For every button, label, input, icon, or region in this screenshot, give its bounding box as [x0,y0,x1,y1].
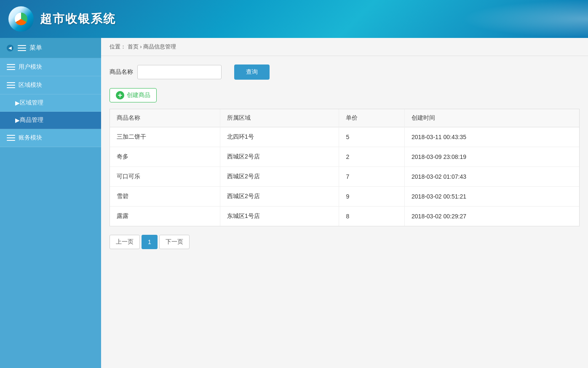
cell-zone: 西城区2号店 [220,187,339,207]
create-area: + 创建商品 [101,84,588,109]
plus-icon: + [116,91,124,99]
col-zone: 所属区域 [220,109,339,127]
cell-price: 5 [339,127,405,147]
user-module-icon [7,64,15,70]
zone-manage-label: 区域管理 [20,99,43,107]
cell-created: 2018-03-09 23:08:19 [405,147,579,167]
cell-name: 三加二饼干 [110,127,220,147]
col-name: 商品名称 [110,109,220,127]
cell-price: 8 [339,207,405,226]
cell-zone: 东城区1号店 [220,207,339,226]
cell-created: 2018-03-02 01:07:43 [405,167,579,187]
cell-created: 2018-03-02 00:29:27 [405,207,579,226]
next-page-button[interactable]: 下一页 [159,235,190,249]
table-row: 奇多 西城区2号店 2 2018-03-09 23:08:19 [110,147,579,167]
sidebar-item-user[interactable]: 用户模块 [0,58,101,76]
cell-name: 可口可乐 [110,167,220,187]
sidebar: ◀ 菜单 用户模块 区域模块 ▶ [0,38,101,368]
breadcrumb-home: 首页 [128,43,139,50]
search-label: 商品名称 [110,68,133,76]
sidebar-arrow-icon: ◀ [7,45,13,51]
user-module-label: 用户模块 [19,63,42,71]
table-row: 可口可乐 西城区2号店 7 2018-03-02 01:07:43 [110,167,579,187]
col-created: 创建时间 [405,109,579,127]
breadcrumb-sep1: › [140,43,143,50]
table-row: 三加二饼干 北四环1号 5 2018-03-11 00:43:35 [110,127,579,147]
create-goods-label: 创建商品 [127,91,150,99]
search-button[interactable]: 查询 [234,64,270,80]
sidebar-menu-label: 菜单 [29,44,42,52]
sidebar-item-account[interactable]: 账务模块 [0,129,101,147]
account-module-icon [7,135,15,141]
search-input[interactable] [137,65,222,79]
main-content: 位置： 首页 › 商品信息管理 商品名称 查询 + 创建商品 商品名称 [101,38,588,368]
sidebar-menu-top[interactable]: ◀ 菜单 [0,38,101,58]
sidebar-item-goods-manage[interactable]: ▶ 商品管理 [0,112,101,129]
main-layout: ◀ 菜单 用户模块 区域模块 ▶ [0,38,588,368]
goods-table: 商品名称 所属区域 单价 创建时间 三加二饼干 北四环1号 5 2018-03-… [110,109,579,226]
sidebar-item-zone-manage[interactable]: ▶ 区域管理 [0,94,101,112]
zone-manage-arrow: ▶ [15,99,20,106]
table-row: 雪碧 西城区2号店 9 2018-03-02 00:51:21 [110,187,579,207]
cell-name: 奇多 [110,147,220,167]
breadcrumb-current: 商品信息管理 [143,43,176,50]
zone-module-icon [7,82,15,88]
cell-zone: 西城区2号店 [220,167,339,187]
table-row: 露露 东城区1号店 8 2018-03-02 00:29:27 [110,207,579,226]
cell-created: 2018-03-02 00:51:21 [405,187,579,207]
cell-zone: 北四环1号 [220,127,339,147]
create-goods-button[interactable]: + 创建商品 [110,88,157,102]
header: 超市收银系统 [0,0,588,38]
prev-page-button[interactable]: 上一页 [110,235,140,249]
sidebar-section-zone: 区域模块 ▶ 区域管理 ▶ 商品管理 [0,76,101,129]
col-price: 单价 [339,109,405,127]
goods-manage-arrow: ▶ [15,117,20,124]
zone-module-label: 区域模块 [19,81,42,89]
app-title: 超市收银系统 [40,11,116,27]
pagination: 上一页 1 下一页 [101,226,588,258]
search-area: 商品名称 查询 [101,56,588,84]
sidebar-section-account: 账务模块 [0,129,101,147]
cell-created: 2018-03-11 00:43:35 [405,127,579,147]
cell-price: 7 [339,167,405,187]
table-header-row: 商品名称 所属区域 单价 创建时间 [110,109,579,127]
cell-name: 露露 [110,207,220,226]
menu-icon [18,45,26,51]
goods-manage-label: 商品管理 [20,116,43,124]
cell-name: 雪碧 [110,187,220,207]
cell-price: 2 [339,147,405,167]
cell-zone: 西城区2号店 [220,147,339,167]
account-module-label: 账务模块 [19,134,42,142]
page-1-button[interactable]: 1 [142,235,158,249]
logo-icon [8,6,34,32]
sidebar-item-zone[interactable]: 区域模块 [0,76,101,94]
breadcrumb: 位置： 首页 › 商品信息管理 [101,38,588,56]
goods-table-container: 商品名称 所属区域 单价 创建时间 三加二饼干 北四环1号 5 2018-03-… [110,109,580,226]
cell-price: 9 [339,187,405,207]
breadcrumb-prefix: 位置： [110,43,126,50]
sidebar-section-user: 用户模块 [0,58,101,76]
